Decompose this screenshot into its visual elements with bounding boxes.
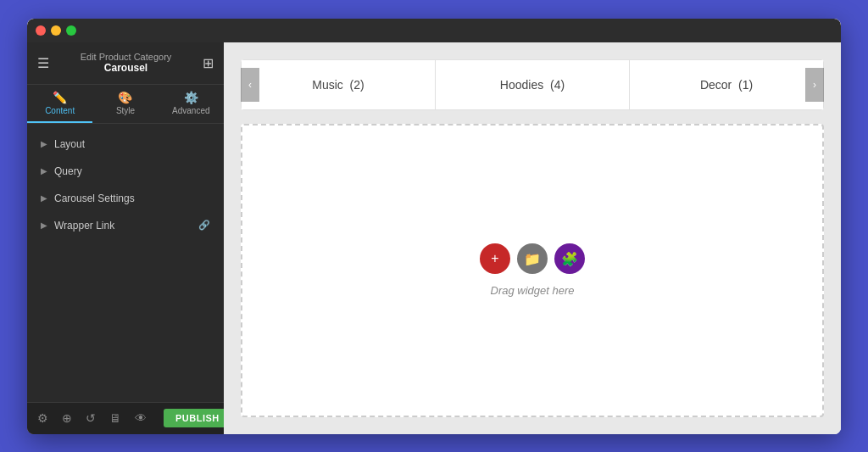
minimize-button[interactable] bbox=[51, 25, 61, 36]
canvas-area: ‹ Music (2) Hoodies (4) Decor (1) › bbox=[224, 42, 841, 434]
preview-icon[interactable]: 👁 bbox=[131, 408, 150, 428]
sidebar: ☰ Edit Product Category Carousel ⊞ ✏️ Co… bbox=[27, 42, 224, 434]
category-card-hoodies: Hoodies (4) bbox=[436, 59, 630, 110]
widget-actions: + 📁 🧩 bbox=[480, 243, 585, 274]
category-hoodies-label: Hoodies (4) bbox=[500, 78, 565, 92]
chevron-right-icon: ▶ bbox=[41, 193, 47, 203]
tab-style[interactable]: 🎨 Style bbox=[92, 85, 158, 123]
folder-button[interactable]: 📁 bbox=[517, 243, 548, 274]
layout-label: Layout bbox=[54, 138, 210, 150]
advanced-tab-label: Advanced bbox=[172, 106, 209, 115]
responsive-icon[interactable]: 🖥 bbox=[106, 408, 125, 428]
wrapper-link-extra: 🔗 bbox=[198, 220, 210, 231]
grid-icon[interactable]: ⊞ bbox=[203, 55, 214, 71]
sidebar-footer: ⚙ ⊕ ↺ 🖥 👁 PUBLISH ▲ bbox=[27, 402, 224, 434]
content-tab-icon: ✏️ bbox=[53, 91, 67, 104]
category-decor-label: Decor (1) bbox=[700, 78, 753, 92]
sidebar-items: ▶ Layout ▶ Query ▶ Carousel Settings ▶ W… bbox=[27, 124, 224, 402]
close-button[interactable] bbox=[36, 25, 46, 36]
tab-advanced[interactable]: ⚙️ Advanced bbox=[159, 85, 224, 123]
content-tab-label: Content bbox=[45, 106, 75, 115]
drop-zone: + 📁 🧩 Drag widget here bbox=[241, 124, 824, 417]
advanced-tab-icon: ⚙️ bbox=[184, 91, 198, 104]
style-tab-label: Style bbox=[116, 106, 135, 115]
category-card-decor: Decor (1) bbox=[630, 59, 824, 110]
chevron-right-icon: ▶ bbox=[41, 220, 47, 230]
style-tab-icon: 🎨 bbox=[118, 91, 132, 104]
settings-icon[interactable]: ⚙ bbox=[34, 408, 52, 428]
app-window: ☰ Edit Product Category Carousel ⊞ ✏️ Co… bbox=[27, 19, 841, 434]
sidebar-header: ☰ Edit Product Category Carousel ⊞ bbox=[27, 42, 224, 85]
layers-icon[interactable]: ⊕ bbox=[58, 408, 75, 428]
sidebar-title-main: Edit Product Category bbox=[58, 52, 194, 62]
drop-label: Drag widget here bbox=[491, 284, 575, 297]
sidebar-title-block: Edit Product Category Carousel bbox=[58, 52, 194, 74]
widget-button[interactable]: 🧩 bbox=[554, 243, 585, 274]
titlebar bbox=[27, 19, 841, 42]
publish-button[interactable]: PUBLISH bbox=[164, 409, 224, 427]
sidebar-item-carousel-settings[interactable]: ▶ Carousel Settings bbox=[27, 185, 224, 212]
carousel-nav-left[interactable]: ‹ bbox=[241, 68, 259, 102]
window-body: ☰ Edit Product Category Carousel ⊞ ✏️ Co… bbox=[27, 42, 841, 434]
sidebar-tabs: ✏️ Content 🎨 Style ⚙️ Advanced bbox=[27, 85, 224, 124]
category-card-music: Music (2) bbox=[241, 59, 436, 110]
carousel-nav-right[interactable]: › bbox=[805, 68, 824, 102]
carousel-settings-label: Carousel Settings bbox=[54, 193, 210, 204]
sidebar-item-layout[interactable]: ▶ Layout bbox=[27, 131, 224, 158]
maximize-button[interactable] bbox=[66, 25, 76, 36]
sidebar-item-query[interactable]: ▶ Query bbox=[27, 158, 224, 185]
tab-content[interactable]: ✏️ Content bbox=[27, 85, 92, 123]
category-carousel: ‹ Music (2) Hoodies (4) Decor (1) › bbox=[241, 59, 824, 110]
sidebar-item-wrapper-link[interactable]: ▶ Wrapper Link 🔗 bbox=[27, 212, 224, 239]
add-widget-button[interactable]: + bbox=[480, 243, 510, 274]
chevron-right-icon: ▶ bbox=[41, 139, 47, 148]
category-music-label: Music (2) bbox=[312, 78, 364, 92]
main-content: ‹ Music (2) Hoodies (4) Decor (1) › bbox=[224, 42, 841, 434]
hamburger-icon[interactable]: ☰ bbox=[37, 55, 49, 71]
wrapper-link-label: Wrapper Link bbox=[54, 220, 192, 232]
chevron-right-icon: ▶ bbox=[41, 166, 47, 176]
query-label: Query bbox=[54, 165, 210, 177]
history-icon[interactable]: ↺ bbox=[82, 408, 99, 428]
sidebar-title-sub: Carousel bbox=[58, 62, 194, 74]
